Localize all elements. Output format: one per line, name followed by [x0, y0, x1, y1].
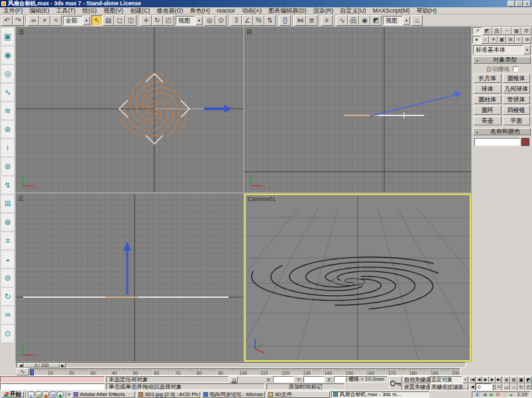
task-button[interactable]: 电白同乡论坛 - Microsof... — [201, 391, 265, 398]
reactor-preview-icon[interactable]: ⊚ — [1, 269, 15, 287]
viewport-top[interactable]: 顶 x y — [16, 27, 243, 192]
percent-snap-icon[interactable]: % — [253, 15, 264, 26]
goto-start-button[interactable]: |◀ — [469, 376, 476, 383]
x-position-field[interactable] — [273, 376, 294, 383]
reactor-utils-icon[interactable]: ♒ — [1, 306, 15, 324]
menu-item[interactable]: 组(G) — [79, 7, 100, 15]
minimize-button[interactable]: _ — [507, 1, 515, 7]
tab-motion[interactable]: ◔ — [502, 27, 511, 35]
prev-frame-button[interactable]: ◀ — [476, 376, 482, 383]
object-type-button[interactable]: 茶壶 — [474, 116, 502, 125]
menu-item[interactable]: 动画(A) — [239, 7, 265, 15]
redo-icon[interactable]: ↷ — [13, 15, 24, 26]
menu-item[interactable]: 修改器(O) — [154, 7, 187, 15]
menu-item[interactable]: 编辑(E) — [27, 7, 53, 15]
tab-create[interactable]: ↗ — [472, 27, 482, 35]
maximize-button[interactable]: □ — [515, 1, 523, 7]
menu-item[interactable]: 创建(C) — [127, 7, 154, 15]
tab-utilities[interactable]: ⚙ — [521, 27, 531, 35]
dropdown-arrow-icon[interactable] — [462, 376, 468, 383]
reactor-motor-icon[interactable]: ⊛ — [1, 157, 15, 176]
media-player-icon[interactable]: ◉ — [42, 391, 49, 398]
rollout-name-color[interactable]: - 名称和颜色 — [473, 128, 531, 135]
category-geometry[interactable]: ● — [472, 36, 481, 44]
undo-icon[interactable]: ↶ — [1, 15, 13, 26]
category-cameras[interactable]: ▣ — [498, 36, 506, 44]
align-icon[interactable]: ≣ — [306, 15, 317, 26]
set-key-toggle-button[interactable] — [389, 376, 402, 391]
primitive-type-dropdown[interactable]: 标准基本体 — [473, 45, 531, 54]
object-type-button[interactable]: 管状体 — [503, 95, 531, 104]
tab-display[interactable]: ▦ — [511, 27, 521, 35]
task-button[interactable]: 3D文件 — [266, 391, 330, 398]
reactor-fracture-icon[interactable]: ⊗ — [1, 213, 15, 232]
next-frame-button[interactable]: ▶ — [489, 376, 496, 383]
task-button[interactable]: 3D1.jpg [2:3] : ACD Phot... — [136, 391, 200, 398]
select-and-scale-icon[interactable]: ◰ — [163, 15, 174, 26]
dropdown-arrow-icon[interactable] — [83, 16, 90, 25]
object-type-button[interactable]: 圆柱体 — [474, 95, 502, 104]
tray-messenger-icon[interactable]: ● — [502, 391, 507, 397]
select-and-link-icon[interactable]: ∞ — [28, 15, 39, 26]
object-type-button[interactable]: 圆锥体 — [503, 74, 531, 83]
viewport-camera[interactable]: Camera01 — [244, 194, 471, 362]
track-bar-ruler[interactable]: 1020304050607080901001101201301401501601… — [30, 368, 460, 375]
ie-quicklaunch-icon[interactable]: e — [28, 391, 34, 398]
curve-editor-icon[interactable]: ∿ — [337, 15, 348, 26]
dropdown-arrow-icon[interactable] — [403, 16, 410, 25]
tray-update-icon[interactable]: ▲ — [508, 391, 513, 397]
object-type-button[interactable]: 平面 — [503, 116, 531, 125]
category-systems[interactable]: ⊛ — [523, 36, 531, 44]
add-time-tag-button[interactable]: 添加时间标记 — [266, 383, 345, 390]
category-spacewarps[interactable]: ≈ — [515, 36, 523, 44]
mirror-icon[interactable]: ⋈ — [295, 15, 306, 26]
select-and-manipulate-icon[interactable]: ⊙ — [215, 15, 227, 26]
reactor-solver-icon[interactable]: ⊙ — [1, 324, 15, 343]
named-selection-sets-icon[interactable]: {} — [280, 15, 291, 26]
menu-item[interactable]: 图表编辑器(D) — [265, 7, 310, 15]
frame-back-icon[interactable]: ◀ — [18, 363, 24, 367]
reactor-rope-icon[interactable]: ∿ — [1, 83, 15, 101]
use-center-icon[interactable]: ◎ — [204, 15, 215, 26]
maxscript-listener-input[interactable] — [0, 376, 105, 383]
play-button[interactable]: ▶ — [482, 376, 489, 383]
quick-render-icon[interactable]: ♨ — [411, 15, 423, 26]
object-type-button[interactable]: 长方体 — [474, 74, 502, 83]
menu-item[interactable]: reactor — [213, 7, 239, 15]
layer-manager-icon[interactable]: ≡ — [321, 15, 333, 26]
key-mode-dropdown[interactable]: 选定对象 — [430, 376, 468, 383]
start-button[interactable]: 开始 — [1, 391, 24, 398]
bind-to-spacewarp-icon[interactable]: ≈ — [50, 15, 62, 26]
zoom-extents-button[interactable]: ▣ — [517, 376, 525, 383]
menu-item[interactable]: 渲染(R) — [310, 7, 337, 15]
tab-hierarchy[interactable]: 品 — [492, 27, 502, 35]
select-and-move-icon[interactable]: ✛ — [140, 15, 152, 26]
goto-end-button[interactable]: ▶| — [496, 376, 502, 383]
reactor-analyze-icon[interactable]: ◒ — [1, 250, 15, 269]
messenger-icon[interactable]: ◆ — [57, 391, 64, 398]
reactor-spring-icon[interactable]: ≀ — [1, 139, 15, 157]
show-desktop-icon[interactable]: ▤ — [35, 391, 42, 398]
material-editor-icon[interactable]: ◉ — [359, 15, 370, 26]
zoom-extents-all-button[interactable]: ◩ — [525, 376, 532, 383]
frame-forward-icon[interactable]: ▶ — [60, 363, 66, 367]
render-scene-icon[interactable]: ◩ — [370, 15, 382, 26]
object-name-input[interactable] — [474, 138, 520, 146]
reactor-cloth-icon[interactable]: ◉ — [1, 46, 15, 64]
mail-icon[interactable]: ✉ — [50, 391, 56, 398]
dropdown-arrow-icon[interactable] — [523, 45, 531, 54]
reactor-create-animation-icon[interactable]: ↻ — [1, 287, 15, 306]
tray-display-icon[interactable]: ◧ — [475, 391, 480, 397]
y-position-field[interactable] — [303, 376, 325, 383]
tray-antivirus-icon[interactable]: ◉ — [488, 391, 494, 397]
task-button[interactable]: Adobe After Effects — [72, 391, 135, 398]
task-button[interactable]: 风扇合标机.max - 3ds m... — [331, 391, 429, 398]
spinner-snap-icon[interactable]: ⇅ — [264, 15, 276, 26]
select-by-name-icon[interactable]: ▤ — [103, 15, 114, 26]
viewport-front[interactable]: 前 x z — [244, 27, 471, 192]
tab-modify[interactable]: ◩ — [482, 27, 492, 35]
render-type-dropdown[interactable]: 视图 — [383, 16, 410, 25]
selection-filter-dropdown[interactable]: 全部 — [63, 16, 90, 25]
close-button[interactable]: × — [523, 1, 531, 7]
object-type-button[interactable]: 球体 — [474, 84, 502, 94]
